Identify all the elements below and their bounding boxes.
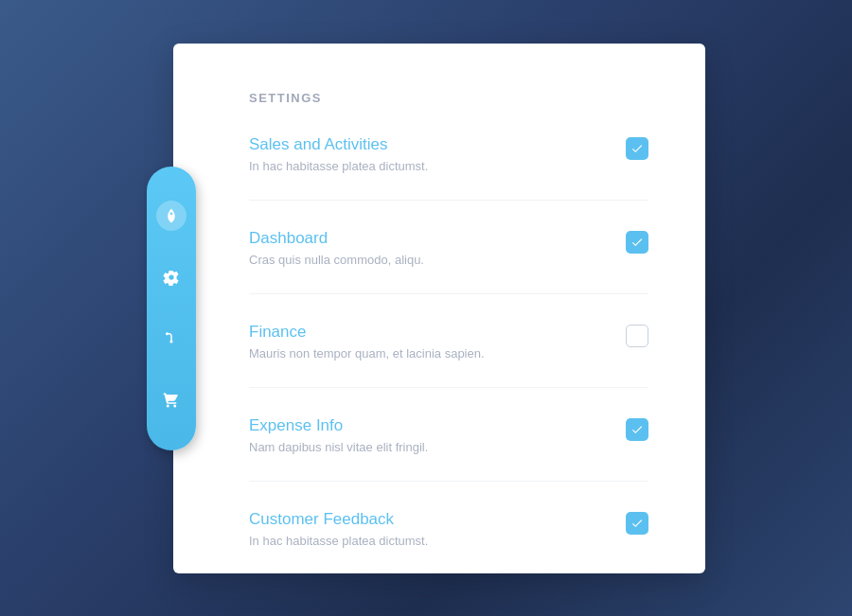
- page-title: SETTINGS: [249, 91, 648, 105]
- setting-text-expense: Expense InfoNam dapibus nisl vitae elit …: [249, 416, 607, 454]
- checkbox-wrapper-sales: [626, 137, 648, 160]
- setting-item-dashboard: DashboardCras quis nulla commodo, aliqu.: [249, 229, 648, 294]
- checkbox-expense[interactable]: [626, 418, 648, 441]
- sidebar-item-rocket[interactable]: [156, 201, 186, 231]
- setting-desc-sales: In hac habitasse platea dictumst.: [249, 159, 607, 173]
- checkbox-wrapper-dashboard: [626, 231, 648, 254]
- setting-name-expense: Expense Info: [249, 416, 607, 435]
- setting-desc-dashboard: Cras quis nulla commodo, aliqu.: [249, 253, 607, 267]
- setting-text-sales: Sales and ActivitiesIn hac habitasse pla…: [249, 135, 607, 173]
- setting-item-sales: Sales and ActivitiesIn hac habitasse pla…: [249, 135, 648, 201]
- sidebar: [147, 167, 196, 450]
- setting-name-dashboard: Dashboard: [249, 229, 607, 248]
- setting-name-sales: Sales and Activities: [249, 135, 607, 154]
- checkbox-wrapper-feedback: [626, 512, 648, 535]
- setting-item-feedback: Customer FeedbackIn hac habitasse platea…: [249, 510, 648, 548]
- sidebar-item-cart[interactable]: [156, 385, 186, 415]
- setting-desc-feedback: In hac habitasse platea dictumst.: [249, 534, 607, 548]
- setting-item-finance: FinanceMauris non tempor quam, et lacini…: [249, 323, 648, 388]
- checkbox-wrapper-finance: [626, 325, 648, 347]
- setting-text-finance: FinanceMauris non tempor quam, et lacini…: [249, 323, 607, 361]
- setting-name-feedback: Customer Feedback: [249, 510, 607, 529]
- sidebar-item-git[interactable]: [156, 324, 186, 354]
- checkbox-finance[interactable]: [626, 325, 648, 347]
- checkbox-sales[interactable]: [626, 137, 648, 160]
- setting-text-feedback: Customer FeedbackIn hac habitasse platea…: [249, 510, 607, 548]
- setting-item-expense: Expense InfoNam dapibus nisl vitae elit …: [249, 416, 648, 482]
- setting-name-finance: Finance: [249, 323, 607, 342]
- setting-desc-finance: Mauris non tempor quam, et lacinia sapie…: [249, 346, 607, 361]
- sidebar-item-settings[interactable]: [156, 262, 186, 292]
- checkbox-wrapper-expense: [626, 418, 648, 441]
- settings-list: Sales and ActivitiesIn hac habitasse pla…: [249, 135, 648, 548]
- main-card: SETTINGS Sales and ActivitiesIn hac habi…: [173, 44, 705, 573]
- setting-desc-expense: Nam dapibus nisl vitae elit fringil.: [249, 440, 607, 454]
- checkbox-dashboard[interactable]: [626, 231, 648, 254]
- card-container: SETTINGS Sales and ActivitiesIn hac habi…: [147, 44, 705, 573]
- setting-text-dashboard: DashboardCras quis nulla commodo, aliqu.: [249, 229, 607, 267]
- checkbox-feedback[interactable]: [626, 512, 648, 535]
